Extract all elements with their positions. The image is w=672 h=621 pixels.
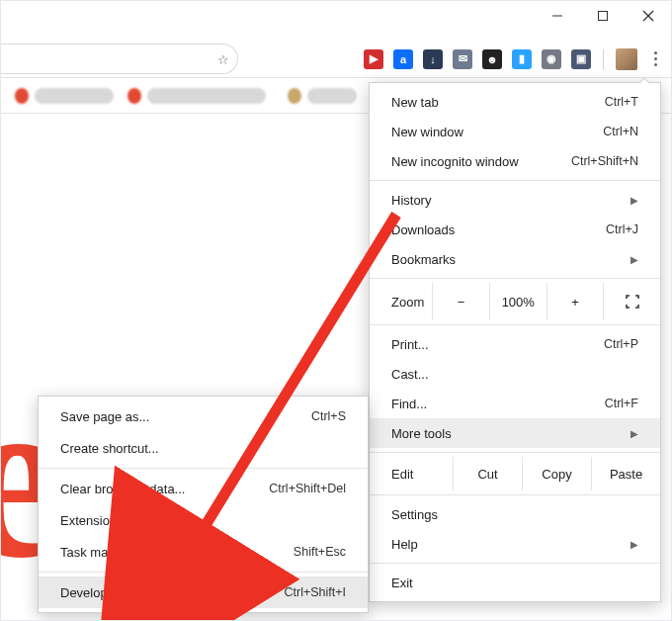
star-icon[interactable]: ☆ (217, 51, 229, 66)
menu-button[interactable] (647, 45, 663, 72)
more-tools-submenu: Save page as...Ctrl+S Create shortcut...… (38, 396, 369, 613)
address-bar[interactable]: ☆ (1, 44, 238, 74)
svg-rect-1 (599, 12, 608, 21)
edit-copy[interactable]: Copy (522, 457, 591, 490)
submenu-developer-tools[interactable]: Developer toolsCtrl+Shift+I (39, 577, 368, 608)
extension-stylish-icon[interactable]: ☻ (482, 49, 502, 69)
submenu-create-shortcut[interactable]: Create shortcut... (39, 432, 368, 464)
extension-amazon-icon[interactable]: a (393, 49, 413, 69)
fullscreen-icon (626, 295, 639, 309)
edit-cut[interactable]: Cut (453, 457, 522, 490)
menu-exit[interactable]: Exit (370, 568, 660, 597)
submenu-save-page[interactable]: Save page as...Ctrl+S (39, 400, 368, 432)
minimize-button[interactable] (535, 1, 580, 31)
zoom-out-button[interactable]: − (432, 283, 489, 320)
submenu-clear-data[interactable]: Clear browsing data...Ctrl+Shift+Del (39, 473, 368, 504)
menu-new-incognito[interactable]: New incognito windowCtrl+Shift+N (370, 146, 660, 176)
menu-settings[interactable]: Settings (370, 499, 660, 529)
chevron-right-icon: ▶ (630, 195, 638, 206)
edit-paste[interactable]: Paste (591, 457, 660, 490)
zoom-in-button[interactable]: + (546, 283, 604, 320)
menu-new-window[interactable]: New windowCtrl+N (370, 117, 660, 146)
submenu-extensions[interactable]: Extensions (39, 504, 368, 536)
extension-screenshot-icon[interactable]: ◉ (542, 49, 561, 69)
menu-help[interactable]: Help▶ (370, 529, 660, 559)
maximize-button[interactable] (580, 1, 626, 31)
edit-label: Edit (370, 457, 453, 490)
chevron-right-icon: ▶ (630, 428, 638, 439)
close-button[interactable] (626, 1, 671, 31)
chevron-right-icon: ▶ (630, 539, 638, 550)
menu-bookmarks[interactable]: Bookmarks▶ (370, 244, 660, 274)
extensions-area: ▶a↓✉☻▮◉▣ (364, 49, 591, 69)
window-controls (535, 1, 671, 31)
extension-looper-icon[interactable]: ▶ (364, 49, 383, 69)
menu-print[interactable]: Print...Ctrl+P (370, 329, 660, 359)
menu-more-tools[interactable]: More tools▶ (370, 418, 660, 448)
browser-toolbar: ☆ ▶a↓✉☻▮◉▣ (1, 41, 671, 78)
submenu-task-manager[interactable]: Task managerShift+Esc (39, 536, 368, 568)
menu-downloads[interactable]: DownloadsCtrl+J (370, 215, 660, 244)
menu-cast[interactable]: Cast... (370, 359, 660, 389)
menu-edit-row: Edit Cut Copy Paste (370, 457, 660, 490)
zoom-level: 100% (489, 283, 546, 320)
zoom-label: Zoom (370, 295, 432, 310)
toolbar-separator (603, 49, 604, 69)
chrome-menu: New tabCtrl+T New windowCtrl+N New incog… (369, 82, 661, 602)
extension-png-dl-icon[interactable]: ↓ (423, 49, 443, 69)
extension-inbox-icon[interactable]: ✉ (453, 49, 472, 69)
profile-avatar[interactable] (616, 48, 637, 70)
extension-reader-icon[interactable]: ▣ (571, 49, 591, 69)
menu-new-tab[interactable]: New tabCtrl+T (370, 87, 660, 117)
menu-find[interactable]: Find...Ctrl+F (370, 389, 660, 418)
chevron-right-icon: ▶ (630, 254, 638, 265)
fullscreen-button[interactable] (603, 283, 660, 320)
menu-history[interactable]: History▶ (370, 185, 660, 215)
extension-tag-icon[interactable]: ▮ (512, 49, 532, 69)
menu-zoom-row: Zoom − 100% + (370, 283, 660, 320)
